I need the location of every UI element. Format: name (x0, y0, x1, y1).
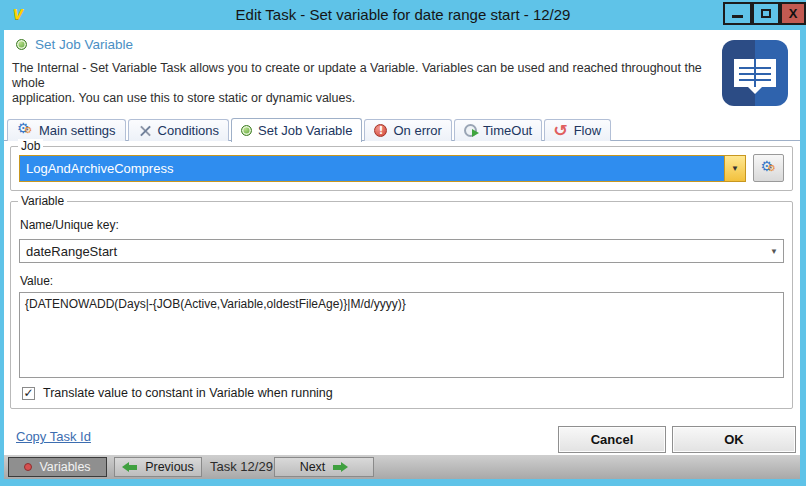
job-dropdown-caret-icon[interactable]: ▼ (724, 156, 745, 181)
job-legend: Job (18, 139, 43, 153)
name-key-dropdown[interactable]: dateRangeStart ▼ (19, 239, 784, 263)
error-icon: ! (374, 124, 387, 137)
task-description: The Internal - Set Variable Task allows … (12, 61, 727, 106)
close-button[interactable]: X (780, 2, 806, 25)
window-title: Edit Task - Set variable for date range … (0, 0, 806, 30)
edit-task-dialog: v Edit Task - Set variable for date rang… (0, 0, 806, 486)
minimize-button[interactable] (723, 2, 752, 25)
help-book-icon (722, 40, 788, 106)
variable-groupbox: Variable Name/Unique key: dateRangeStart… (10, 201, 793, 409)
tab-on-error[interactable]: ! On error (364, 119, 451, 141)
variable-legend: Variable (18, 194, 67, 208)
job-groupbox: Job LogAndArchiveCompress ▼ ⚙⚙ (10, 146, 793, 191)
variables-button[interactable]: Variables (8, 457, 107, 477)
tab-bar: ⚙⚙ Main settings Conditions Set Job Vari… (7, 117, 613, 141)
arrow-left-icon (122, 462, 138, 472)
job-selected-value: LogAndArchiveCompress (20, 156, 724, 181)
flow-icon: ↺ (554, 124, 569, 138)
timeout-icon (464, 124, 477, 137)
checkbox-checked-icon[interactable]: ✓ (22, 387, 35, 400)
minimize-icon (732, 15, 743, 18)
tools-icon (138, 124, 152, 138)
ok-button[interactable]: OK (672, 426, 796, 453)
red-dot-icon (24, 463, 32, 471)
cancel-button[interactable]: Cancel (558, 426, 666, 453)
dialog-content: Set Job Variable The Internal - Set Vari… (4, 30, 800, 455)
value-input[interactable]: {DATENOWADD(Days|-{JOB(Active,Variable,o… (19, 292, 784, 378)
maximize-icon (761, 9, 771, 18)
tab-set-job-variable[interactable]: Set Job Variable (231, 118, 362, 142)
maximize-button[interactable] (752, 2, 780, 25)
name-dropdown-caret-icon: ▼ (765, 247, 783, 256)
status-bar: Variables Previous Task 12/29 Next (4, 455, 800, 479)
next-task-button[interactable]: Next (274, 457, 374, 477)
job-dropdown[interactable]: LogAndArchiveCompress ▼ (19, 155, 746, 182)
gears-icon: ⚙⚙ (17, 123, 33, 138)
page-title-label: Set Job Variable (35, 37, 133, 52)
value-label: Value: (20, 274, 53, 288)
gears-icon: ⚙⚙ (761, 161, 777, 176)
tab-flow[interactable]: ↺ Flow (544, 119, 611, 141)
copy-task-id-link[interactable]: Copy Task Id (16, 429, 91, 444)
green-dot-icon (16, 39, 27, 50)
arrow-right-icon (332, 462, 348, 472)
name-key-value: dateRangeStart (20, 244, 765, 259)
translate-checkbox-row[interactable]: ✓ Translate value to constant in Variabl… (22, 386, 333, 400)
task-counter: Task 12/29 (210, 455, 273, 479)
title-bar[interactable]: v Edit Task - Set variable for date rang… (0, 0, 806, 30)
page-title: Set Job Variable (16, 37, 133, 52)
green-dot-icon (241, 125, 252, 136)
job-settings-button[interactable]: ⚙⚙ (753, 154, 784, 182)
tab-conditions[interactable]: Conditions (128, 119, 229, 141)
tab-main-settings[interactable]: ⚙⚙ Main settings (7, 119, 126, 141)
tab-timeout[interactable]: TimeOut (454, 119, 542, 141)
translate-checkbox-label: Translate value to constant in Variable … (43, 386, 333, 400)
name-key-label: Name/Unique key: (20, 218, 119, 232)
previous-task-button[interactable]: Previous (114, 457, 202, 477)
